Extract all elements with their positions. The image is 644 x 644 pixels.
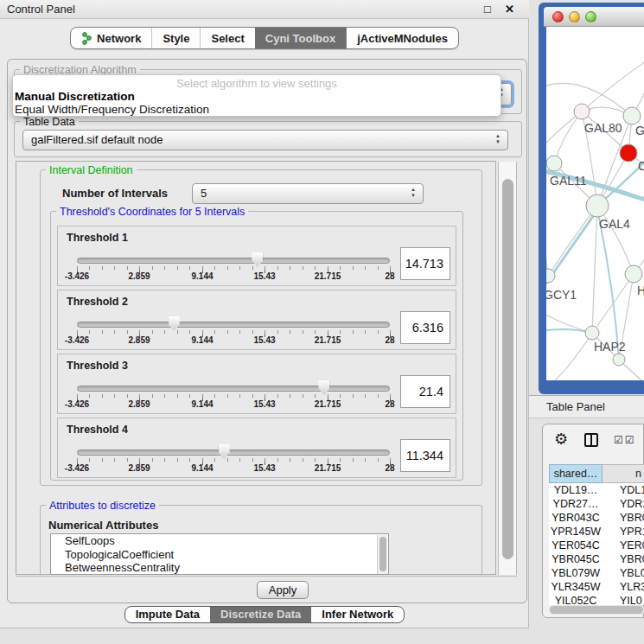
algorithm-hint-option[interactable]: Select algorithm to view settings — [13, 77, 501, 90]
threshold-1-value: 14.713 — [405, 248, 443, 279]
tab-select-label: Select — [211, 32, 244, 45]
vertical-scrollbar-thumb[interactable] — [502, 179, 513, 559]
tab-style[interactable]: Style — [151, 28, 200, 48]
threshold-2-slider-track[interactable] — [77, 322, 390, 328]
tab-style-label: Style — [163, 32, 189, 45]
threshold-4-slider-track[interactable] — [77, 450, 390, 456]
minimize-traffic-light-icon[interactable] — [569, 11, 580, 22]
threshold-2-slider-thumb[interactable] — [169, 316, 180, 331]
list-item[interactable]: SelfLoops — [51, 534, 388, 548]
tick-label: 2.859 — [128, 271, 150, 281]
threshold-1-slider-track[interactable] — [77, 258, 390, 264]
close-window-icon[interactable]: ✕ — [505, 0, 514, 19]
tab-infer-network[interactable]: Infer Network — [311, 607, 404, 622]
threshold-1-slider-thumb[interactable] — [252, 252, 263, 267]
node-pink[interactable] — [574, 104, 590, 119]
table-row[interactable]: YBR045CYBR0 — [549, 552, 644, 566]
app-root: Control Panel □ ✕ Network Style — [0, 0, 644, 644]
threshold-3-slider-thumb[interactable] — [318, 380, 329, 395]
vertical-scrollbar[interactable] — [498, 162, 517, 575]
algorithm-option-manual[interactable]: Manual Discretization — [15, 90, 135, 103]
table-row[interactable]: YBL079WYBL0 — [549, 566, 644, 580]
tab-impute-data[interactable]: Impute Data — [125, 607, 210, 622]
node-h[interactable] — [625, 265, 642, 283]
tick-label: -3.426 — [65, 271, 89, 281]
threshold-3-label: Threshold 3 — [67, 360, 128, 372]
float-window-icon[interactable]: □ — [484, 0, 491, 19]
numerical-attributes-list[interactable]: SelfLoops TopologicalCoefficient Between… — [50, 533, 389, 575]
node-gal4[interactable] — [586, 194, 609, 217]
threshold-3-slider-track[interactable] — [77, 386, 390, 392]
number-of-intervals-combobox[interactable]: 5 ▲▼ — [192, 183, 424, 204]
network-canvas[interactable]: GAL80 GA C GAL11 GAL4 GCY1 H HAP2 — [546, 27, 644, 380]
table-row[interactable]: YER054CYER0 — [549, 539, 644, 552]
window-title: Control Panel — [7, 0, 75, 19]
checkbox-select-icons[interactable]: ☑☑ — [614, 434, 636, 446]
node-label-h: H — [637, 284, 644, 297]
tick-label: 21.715 — [315, 463, 341, 473]
top-tab-row: Network Style Select Cyni Toolbox jActiv… — [0, 27, 529, 49]
threshold-2-value-field[interactable]: 6.316 — [400, 311, 450, 344]
table-header-row: shared… n — [549, 464, 644, 483]
attributes-group-title: Attributes to discretize — [46, 500, 159, 512]
thresholds-group: Threshold's Coordinates for 5 Intervals … — [50, 211, 463, 481]
table-row[interactable]: YDR27…YDR2 — [549, 497, 644, 511]
close-traffic-light-icon[interactable] — [552, 11, 564, 22]
list-scrollbar-thumb[interactable] — [379, 537, 386, 571]
tick-label: 9.144 — [191, 399, 213, 409]
tab-jactivemnodules[interactable]: jActiveMNodules — [346, 28, 458, 48]
node-small[interactable] — [613, 354, 625, 366]
tick-label: 21.715 — [315, 399, 341, 409]
tick-label: 9.144 — [191, 335, 213, 345]
tick-label: 2.859 — [128, 335, 150, 345]
tab-select[interactable]: Select — [200, 28, 254, 48]
tab-network[interactable]: Network — [71, 28, 151, 48]
threshold-1-value-field[interactable]: 14.713 — [400, 247, 450, 280]
network-icon — [81, 32, 92, 45]
tab-cyni-toolbox[interactable]: Cyni Toolbox — [255, 28, 346, 48]
threshold-3-value: 21.4 — [419, 376, 443, 407]
node-label-gal11: GAL11 — [550, 174, 587, 188]
node-hap2[interactable] — [585, 326, 599, 340]
slider-minor-ticks — [77, 266, 391, 270]
threshold-4-value-field[interactable]: 11.344 — [400, 439, 450, 472]
horizontal-scrollbar-thumb[interactable] — [550, 606, 643, 614]
apply-button[interactable]: Apply — [257, 581, 309, 599]
table-data-combobox[interactable]: galFiltered.sif default node ▲▼ — [22, 130, 508, 150]
table-row[interactable]: YBR043CYBR0 — [549, 511, 644, 525]
column-header-name[interactable]: n — [603, 464, 644, 483]
combo-arrows-icon: ▲▼ — [410, 187, 417, 199]
table-row[interactable]: YIL052CYIL0 — [549, 594, 644, 605]
table-row[interactable]: YDL19…YDL1 — [549, 483, 644, 497]
apply-bar: Apply — [16, 576, 517, 603]
table-row[interactable]: YPR145WYPR1 — [549, 525, 644, 539]
tick-label: -3.426 — [65, 399, 89, 409]
list-item[interactable]: BetweennessCentrality — [51, 561, 388, 575]
network-nodes[interactable] — [546, 104, 642, 366]
control-panel-titlebar: Control Panel □ ✕ — [0, 0, 529, 19]
threshold-4-value: 11.344 — [406, 440, 443, 471]
threshold-4-label: Threshold 4 — [67, 424, 128, 436]
column-header-shared-name[interactable]: shared… — [549, 464, 603, 483]
table-row[interactable]: YLR345WYLR3 — [549, 580, 644, 594]
list-item[interactable]: TopologicalCoefficient — [51, 548, 388, 562]
zoom-traffic-light-icon[interactable] — [585, 11, 596, 22]
tab-discretize-data[interactable]: Discretize Data — [210, 607, 311, 622]
number-of-intervals-value: 5 — [201, 184, 207, 203]
columns-layout-icon[interactable] — [584, 433, 598, 447]
node-green[interactable] — [623, 107, 641, 124]
tick-label: 28 — [385, 271, 394, 281]
horizontal-scrollbar[interactable] — [549, 605, 644, 615]
algorithm-option-equal-width[interactable]: Equal Width/Frequency Discretization — [15, 103, 209, 116]
tick-label: 15.43 — [253, 335, 275, 345]
list-scrollbar[interactable] — [377, 535, 387, 575]
gear-icon[interactable]: ⚙ — [554, 430, 568, 449]
tick-label: 9.144 — [191, 271, 213, 281]
network-window-titlebar — [544, 7, 644, 27]
node-table[interactable]: shared… n YDL19…YDL1 YDR27…YDR2 YBR043CY… — [549, 464, 644, 605]
threshold-3-value-field[interactable]: 21.4 — [400, 375, 450, 408]
slider-minor-ticks — [77, 458, 391, 462]
threshold-4-slider-thumb[interactable] — [219, 444, 230, 459]
node-red-selected[interactable] — [620, 144, 637, 162]
node-gal11[interactable] — [546, 156, 562, 171]
